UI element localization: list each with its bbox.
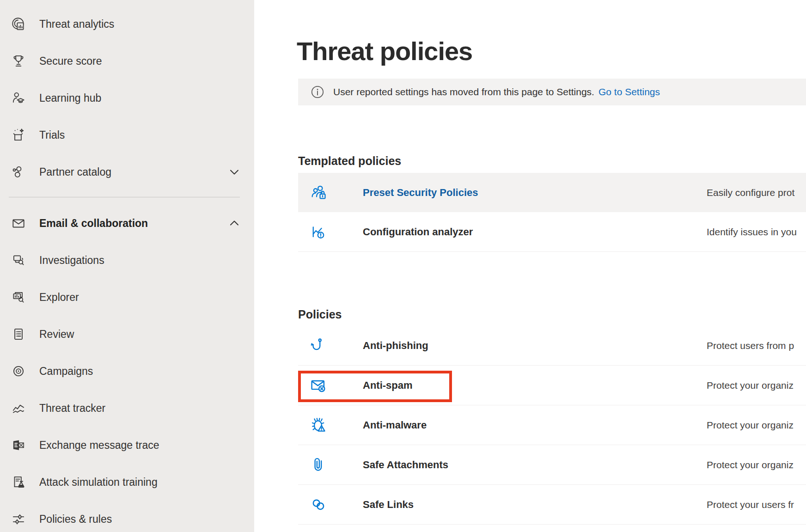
- row-preset-security-policies[interactable]: Preset Security Policies Easily configur…: [298, 173, 806, 212]
- sidebar-item-partner-catalog[interactable]: Partner catalog: [0, 153, 254, 190]
- review-icon: [10, 326, 27, 342]
- row-anti-phishing[interactable]: Anti-phishing Protect users from p: [298, 326, 806, 366]
- row-safe-attachments[interactable]: Safe Attachments Protect your organiz: [298, 445, 806, 485]
- chevron-down-icon[interactable]: [228, 166, 240, 178]
- row-description: Protect your organiz: [707, 459, 794, 471]
- policies-rules-icon: [10, 511, 27, 527]
- sidebar-item-label: Threat tracker: [39, 402, 105, 415]
- threat-policies-page: Threat analytics Secure score: [0, 0, 806, 532]
- safe-links-chain-icon: [309, 495, 328, 514]
- row-anti-spam[interactable]: Anti-spam Protect your organiz: [298, 366, 806, 405]
- sidebar-item-review[interactable]: Review: [0, 316, 254, 353]
- email-collaboration-icon: [10, 215, 27, 232]
- left-navigation-sidebar: Threat analytics Secure score: [0, 0, 254, 532]
- sidebar-item-policies-rules[interactable]: Policies & rules: [0, 501, 254, 532]
- sidebar-item-label: Threat analytics: [39, 18, 114, 31]
- sidebar-item-label: Secure score: [39, 55, 102, 67]
- row-anti-malware[interactable]: Anti-malware Protect your organiz: [298, 405, 806, 445]
- sidebar-item-investigations[interactable]: Investigations: [0, 242, 254, 279]
- sidebar-item-campaigns[interactable]: Campaigns: [0, 353, 254, 390]
- row-label: Safe Attachments: [363, 459, 448, 471]
- row-label: Preset Security Policies: [363, 187, 478, 199]
- campaigns-icon: [10, 363, 27, 379]
- page-title: Threat policies: [297, 36, 472, 66]
- row-label: Anti-phishing: [363, 340, 428, 352]
- anti-malware-bug-icon: [309, 416, 328, 434]
- row-configuration-analyzer[interactable]: Configuration analyzer Identify issues i…: [298, 212, 806, 252]
- templated-policies-heading: Templated policies: [298, 154, 401, 168]
- sidebar-item-threat-analytics[interactable]: Threat analytics: [0, 6, 254, 43]
- sidebar-item-label: Investigations: [39, 254, 104, 267]
- preset-security-icon: [309, 183, 328, 202]
- sidebar-item-email-collaboration[interactable]: Email & collaboration: [0, 205, 254, 242]
- row-label: Safe Links: [363, 499, 414, 511]
- row-label: Configuration analyzer: [363, 226, 473, 238]
- row-safe-links[interactable]: Safe Links Protect your users fr: [298, 485, 806, 525]
- exchange-message-trace-icon: [10, 437, 27, 453]
- row-description: Protect your users fr: [707, 499, 794, 510]
- main-content: Threat policies User reported settings h…: [298, 0, 806, 532]
- attack-simulation-icon: [10, 474, 27, 490]
- configuration-analyzer-icon: [309, 223, 328, 241]
- sidebar-item-label: Partner catalog: [39, 166, 111, 178]
- sidebar-item-secure-score[interactable]: Secure score: [0, 43, 254, 79]
- info-icon: [311, 85, 324, 99]
- chevron-up-icon[interactable]: [228, 217, 240, 229]
- row-description: Protect your organiz: [707, 380, 794, 391]
- sidebar-item-label: Exchange message trace: [39, 439, 159, 452]
- sidebar-divider: [9, 197, 240, 197]
- sidebar-item-label: Attack simulation training: [39, 476, 158, 489]
- learning-hub-icon: [10, 90, 27, 106]
- sidebar-item-learning-hub[interactable]: Learning hub: [0, 79, 254, 116]
- sidebar-item-exchange-message-trace[interactable]: Exchange message trace: [0, 427, 254, 464]
- anti-spam-envelope-icon: [309, 376, 328, 395]
- trials-icon: [10, 127, 27, 143]
- go-to-settings-link[interactable]: Go to Settings: [598, 86, 660, 98]
- explorer-icon: [10, 289, 27, 306]
- threat-tracker-icon: [10, 400, 27, 416]
- secure-score-icon: [10, 53, 27, 69]
- sidebar-item-label: Email & collaboration: [39, 217, 148, 230]
- anti-phishing-hook-icon: [309, 336, 328, 355]
- sidebar-item-attack-simulation-training[interactable]: Attack simulation training: [0, 464, 254, 501]
- row-label: Anti-spam: [363, 379, 413, 391]
- partner-catalog-icon: [10, 164, 27, 180]
- sidebar-item-threat-tracker[interactable]: Threat tracker: [0, 390, 254, 427]
- info-banner: User reported settings has moved from th…: [298, 79, 806, 105]
- investigations-icon: [10, 252, 27, 269]
- banner-message: User reported settings has moved from th…: [333, 86, 594, 98]
- sidebar-item-label: Review: [39, 328, 74, 341]
- row-description: Identify issues in you: [707, 226, 797, 238]
- safe-attachments-paperclip-icon: [309, 456, 328, 474]
- row-description: Protect your organiz: [707, 420, 794, 431]
- policies-heading: Policies: [298, 308, 342, 321]
- row-description: Protect users from p: [707, 340, 794, 351]
- threat-analytics-icon: [10, 16, 27, 32]
- sidebar-item-label: Explorer: [39, 291, 79, 304]
- sidebar-item-label: Trials: [39, 129, 65, 141]
- sidebar-item-label: Policies & rules: [39, 513, 112, 526]
- sidebar-item-explorer[interactable]: Explorer: [0, 279, 254, 316]
- sidebar-item-label: Learning hub: [39, 92, 101, 104]
- row-label: Anti-malware: [363, 419, 427, 431]
- row-description: Easily configure prot: [707, 187, 794, 198]
- sidebar-item-trials[interactable]: Trials: [0, 116, 254, 153]
- sidebar-item-label: Campaigns: [39, 365, 93, 378]
